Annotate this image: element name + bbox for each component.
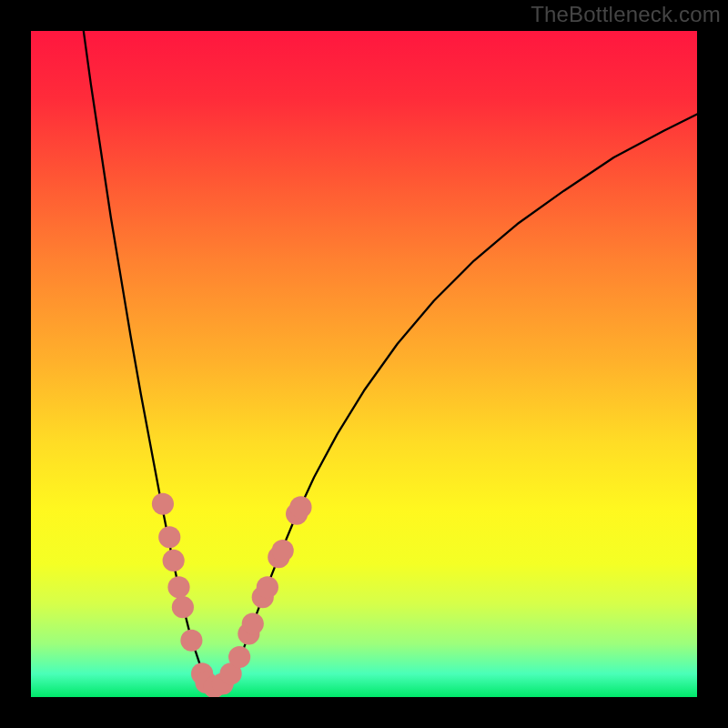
highlight-dot — [163, 550, 185, 571]
outer-frame: TheBottleneck.com — [0, 0, 728, 728]
gradient-background — [31, 31, 697, 697]
highlight-dot — [272, 540, 294, 561]
highlight-dot — [257, 576, 278, 598]
highlight-dot — [289, 496, 311, 518]
highlight-dot — [172, 596, 194, 618]
plot-area — [31, 31, 697, 697]
highlight-dot — [167, 576, 189, 598]
highlight-dot — [180, 630, 202, 652]
plot-svg — [31, 31, 697, 697]
highlight-dot — [158, 526, 180, 548]
watermark-text: TheBottleneck.com — [531, 2, 721, 27]
highlight-dot — [228, 646, 250, 668]
highlight-dot — [152, 493, 174, 515]
highlight-dot — [242, 612, 264, 634]
